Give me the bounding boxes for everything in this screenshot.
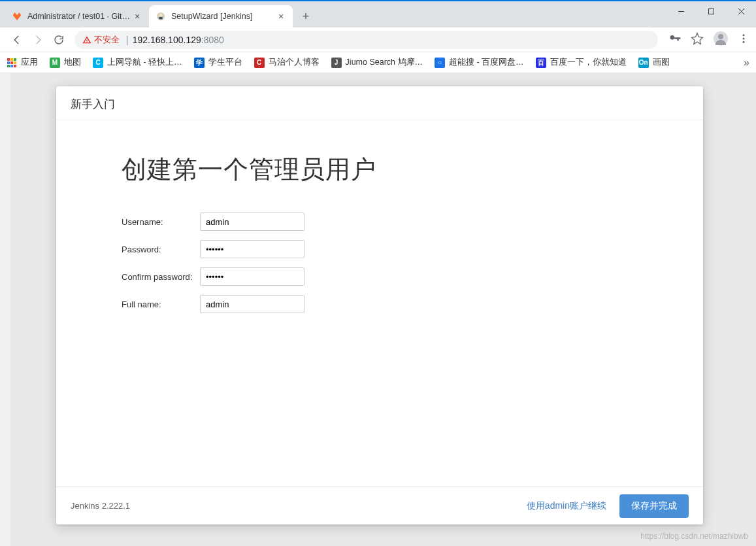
bookmarks-bar: 应用 M地图 C上网导航 - 轻快上… 学学生平台 C马治个人博客 JJiumo… bbox=[0, 52, 756, 73]
bookmark-item[interactable]: 学学生平台 bbox=[194, 57, 242, 68]
svg-rect-18 bbox=[7, 65, 10, 67]
back-button[interactable] bbox=[7, 29, 27, 50]
menu-icon[interactable] bbox=[738, 33, 749, 47]
bookmark-item[interactable]: JJiumo Search 鸠摩… bbox=[331, 57, 423, 68]
blog-icon: C bbox=[254, 58, 265, 68]
baidu-icon: 百 bbox=[536, 58, 546, 68]
svg-rect-4 bbox=[708, 9, 714, 14]
gitlab-icon bbox=[12, 11, 22, 22]
save-and-finish-button[interactable]: 保存并完成 bbox=[619, 494, 689, 518]
bookmark-item[interactable]: C上网导航 - 轻快上… bbox=[93, 57, 182, 68]
tab-jenkins[interactable]: SetupWizard [Jenkins] × bbox=[149, 5, 293, 27]
key-icon[interactable] bbox=[668, 32, 682, 48]
modal-header: 新手入门 bbox=[56, 86, 703, 120]
close-icon[interactable]: × bbox=[276, 11, 286, 22]
paint-icon: On bbox=[638, 58, 649, 68]
svg-rect-13 bbox=[10, 58, 13, 61]
continue-as-admin-link[interactable]: 使用admin账户继续 bbox=[527, 500, 606, 512]
bookmarks-overflow-icon[interactable]: » bbox=[744, 57, 749, 69]
student-icon: 学 bbox=[194, 58, 205, 68]
close-icon[interactable]: × bbox=[132, 11, 142, 22]
svg-rect-14 bbox=[14, 58, 16, 61]
password-input[interactable] bbox=[200, 240, 304, 258]
page-title: 创建第一个管理员用户 bbox=[122, 153, 638, 186]
map-icon: M bbox=[50, 58, 60, 68]
search-icon: ○ bbox=[435, 58, 445, 68]
svg-rect-16 bbox=[10, 61, 13, 64]
tab-gitlab[interactable]: Administrator / test01 · GitLab × bbox=[5, 5, 149, 27]
window-minimize-button[interactable] bbox=[666, 1, 696, 21]
bookmark-item[interactable]: 百百度一下，你就知道 bbox=[536, 57, 627, 68]
bookmark-item[interactable]: ○超能搜 - 百度网盘… bbox=[435, 57, 524, 68]
username-input[interactable] bbox=[200, 213, 304, 231]
new-tab-button[interactable]: + bbox=[297, 7, 315, 26]
reload-button[interactable] bbox=[48, 29, 69, 50]
nav-icon: C bbox=[93, 58, 103, 68]
watermark: https://blog.csdn.net/mazhibwb bbox=[640, 532, 748, 541]
svg-rect-20 bbox=[14, 65, 16, 67]
confirm-password-label: Confirm password: bbox=[122, 272, 200, 282]
window-close-button[interactable] bbox=[726, 1, 756, 21]
modal-body: 创建第一个管理员用户 Username: Password: Confirm p… bbox=[56, 120, 703, 486]
insecure-warning: 不安全 bbox=[82, 34, 120, 46]
svg-rect-2 bbox=[159, 17, 162, 20]
svg-rect-19 bbox=[10, 65, 13, 67]
avatar-icon[interactable] bbox=[713, 31, 729, 49]
tab-title: SetupWizard [Jenkins] bbox=[171, 12, 276, 21]
svg-point-1 bbox=[159, 14, 162, 17]
address-bar: 不安全 | 192.168.100.129:8080 bbox=[0, 27, 756, 52]
fullname-input[interactable] bbox=[200, 295, 304, 313]
svg-rect-15 bbox=[7, 61, 10, 64]
forward-button[interactable] bbox=[27, 29, 48, 50]
password-label: Password: bbox=[122, 245, 200, 254]
jiumo-icon: J bbox=[331, 58, 342, 68]
confirm-password-input[interactable] bbox=[200, 267, 304, 286]
omnibox[interactable]: 不安全 | 192.168.100.129:8080 bbox=[74, 31, 658, 49]
apps-icon bbox=[7, 58, 17, 68]
fullname-label: Full name: bbox=[122, 299, 200, 309]
bookmark-item[interactable]: M地图 bbox=[50, 57, 81, 68]
modal-footer: Jenkins 2.222.1 使用admin账户继续 保存并完成 bbox=[56, 486, 703, 524]
bookmark-item[interactable]: C马治个人博客 bbox=[254, 57, 320, 68]
username-label: Username: bbox=[122, 217, 200, 227]
bookmark-item[interactable]: On画图 bbox=[638, 57, 670, 68]
setup-wizard-modal: 新手入门 创建第一个管理员用户 Username: Password: Conf… bbox=[56, 86, 703, 524]
bookmark-apps[interactable]: 应用 bbox=[7, 57, 38, 68]
svg-rect-17 bbox=[14, 61, 16, 64]
svg-rect-12 bbox=[7, 58, 10, 61]
window-maximize-button[interactable] bbox=[696, 1, 726, 21]
svg-point-9 bbox=[743, 34, 745, 36]
page-content: 新手入门 创建第一个管理员用户 Username: Password: Conf… bbox=[10, 73, 756, 546]
tab-title: Administrator / test01 · GitLab bbox=[27, 12, 132, 21]
svg-point-8 bbox=[718, 34, 723, 39]
svg-point-10 bbox=[743, 37, 745, 39]
star-icon[interactable] bbox=[691, 32, 704, 48]
tab-strip: Administrator / test01 · GitLab × SetupW… bbox=[0, 1, 756, 27]
jenkins-version: Jenkins 2.222.1 bbox=[71, 501, 130, 511]
jenkins-icon bbox=[156, 11, 166, 22]
svg-point-11 bbox=[743, 41, 745, 43]
url-text: 192.168.100.129:8080 bbox=[133, 35, 224, 45]
